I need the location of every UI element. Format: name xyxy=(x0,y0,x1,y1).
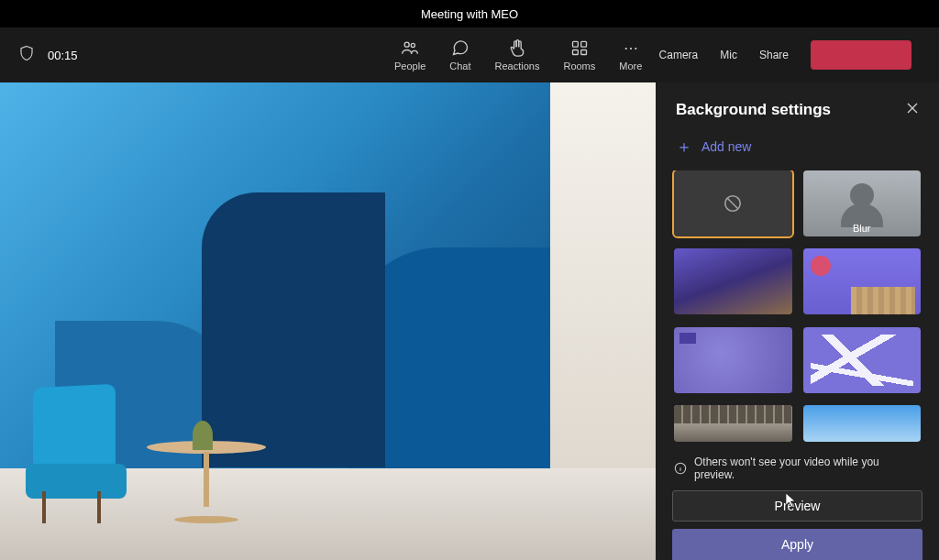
none-icon xyxy=(723,193,743,214)
mic-button[interactable]: Mic xyxy=(720,49,737,61)
blur-label: Blur xyxy=(853,223,871,234)
camera-button[interactable]: Camera xyxy=(659,49,699,61)
plus-icon: ＋ xyxy=(676,136,692,158)
svg-rect-3 xyxy=(581,41,587,47)
chat-icon xyxy=(451,38,470,57)
info-row: Others won't see your video while you pr… xyxy=(656,448,939,490)
people-button[interactable]: People xyxy=(394,38,425,71)
background-settings-panel: Background settings ＋ Add new Blur xyxy=(656,82,939,560)
reactions-button[interactable]: Reactions xyxy=(495,38,540,71)
leave-button[interactable] xyxy=(811,40,911,70)
svg-point-0 xyxy=(404,42,409,47)
rooms-icon xyxy=(570,38,589,57)
share-button[interactable]: Share xyxy=(759,49,789,61)
background-tile-none[interactable] xyxy=(674,170,792,236)
svg-point-1 xyxy=(411,43,414,47)
background-tile-room1[interactable] xyxy=(674,248,792,314)
background-tile-blur[interactable]: Blur xyxy=(803,170,922,236)
background-tile-office[interactable] xyxy=(674,405,792,442)
background-tile-sky[interactable] xyxy=(803,405,922,442)
background-grid: Blur xyxy=(656,170,939,448)
chair xyxy=(17,386,136,523)
people-icon xyxy=(401,38,419,57)
background-tile-room2[interactable] xyxy=(803,248,922,314)
background-tile-purple[interactable] xyxy=(674,327,792,393)
add-new-button[interactable]: ＋ Add new xyxy=(656,132,939,170)
title-bar: Meeting with MEO xyxy=(0,0,939,27)
toolbar: 00:15 People Chat Reactions Rooms xyxy=(0,27,939,82)
meeting-title: Meeting with MEO xyxy=(421,7,518,21)
more-icon: ⋯ xyxy=(622,38,640,57)
plant xyxy=(193,421,213,450)
apply-button[interactable]: Apply xyxy=(672,529,922,560)
toolbar-left: 00:15 xyxy=(18,45,78,65)
chat-button[interactable]: Chat xyxy=(449,38,470,71)
svg-rect-5 xyxy=(581,50,587,55)
video-preview xyxy=(0,82,656,560)
window xyxy=(550,82,656,504)
more-button[interactable]: ⋯ More xyxy=(619,38,642,71)
info-icon xyxy=(674,462,687,475)
toolbar-center: People Chat Reactions Rooms ⋯ More xyxy=(394,38,642,71)
toolbar-right: Camera Mic Share xyxy=(659,40,921,70)
svg-rect-2 xyxy=(572,41,578,47)
svg-rect-4 xyxy=(572,50,578,55)
panel-header: Background settings xyxy=(656,82,939,132)
background-tile-notes[interactable] xyxy=(803,327,922,393)
rooms-button[interactable]: Rooms xyxy=(563,38,595,71)
preview-button[interactable]: Preview xyxy=(672,490,922,522)
call-timer: 00:15 xyxy=(48,49,78,62)
hand-icon xyxy=(508,38,526,57)
close-icon[interactable] xyxy=(906,102,919,118)
main: Background settings ＋ Add new Blur xyxy=(0,82,939,560)
info-text: Others won't see your video while you pr… xyxy=(694,456,921,481)
panel-title: Background settings xyxy=(676,101,831,119)
shield-icon[interactable] xyxy=(18,45,35,65)
table xyxy=(147,441,266,523)
